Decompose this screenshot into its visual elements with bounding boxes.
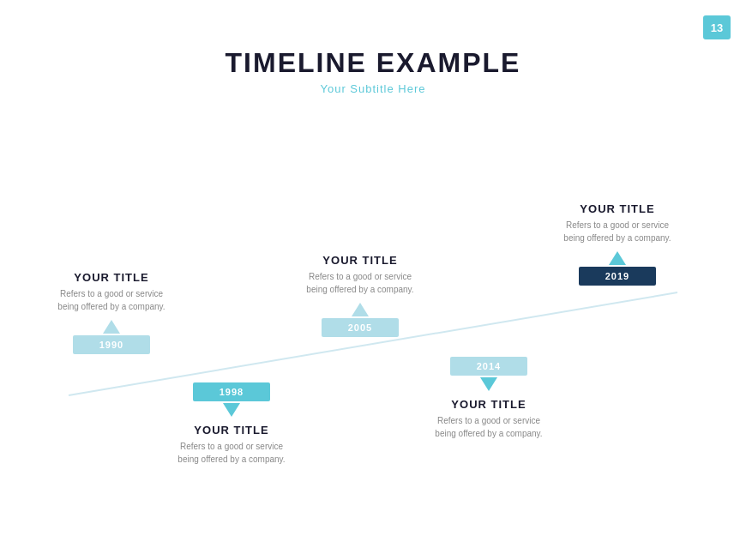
item-2014-desc: Refers to a good or service being offere…: [429, 414, 549, 440]
subtitle: Your Subtitle Here: [0, 82, 746, 95]
item-2014-badge: 2014: [450, 357, 527, 376]
item-2019-badge: 2019: [579, 267, 656, 286]
item-1998-desc: Refers to a good or service being offere…: [171, 440, 292, 466]
item-1990-desc: Refers to a good or service being offere…: [51, 287, 171, 313]
item-1990-badge: 1990: [73, 335, 150, 354]
item-2005-desc: Refers to a good or service being offere…: [300, 270, 420, 296]
timeline-area: YOUR TITLE Refers to a good or service b…: [0, 104, 746, 515]
timeline-item-2005: YOUR TITLE Refers to a good or service b…: [300, 254, 420, 337]
item-2005-triangle: [352, 303, 369, 316]
item-1998-badge: 1998: [193, 382, 270, 401]
item-1990-title: YOUR TITLE: [74, 271, 148, 284]
timeline-item-2019: YOUR TITLE Refers to a good or service b…: [557, 202, 677, 286]
timeline-item-1998: 1998 YOUR TITLE Refers to a good or serv…: [171, 382, 292, 466]
page-number: 13: [703, 15, 731, 39]
item-2005-badge: 2005: [322, 318, 399, 337]
item-2005-title: YOUR TITLE: [322, 254, 397, 267]
item-2014-title: YOUR TITLE: [451, 398, 526, 411]
header: TIMELINE EXAMPLE Your Subtitle Here: [0, 0, 746, 95]
item-1998-triangle: [223, 403, 240, 417]
timeline-item-1990: YOUR TITLE Refers to a good or service b…: [51, 271, 171, 354]
item-1998-title: YOUR TITLE: [194, 424, 268, 437]
item-1990-triangle: [103, 320, 120, 334]
item-2019-triangle: [609, 251, 626, 265]
item-2019-desc: Refers to a good or service being offere…: [557, 219, 677, 244]
item-2014-triangle: [480, 377, 497, 391]
item-2019-title: YOUR TITLE: [580, 202, 654, 215]
timeline-item-2014: 2014 YOUR TITLE Refers to a good or serv…: [429, 357, 549, 440]
main-title: TIMELINE EXAMPLE: [0, 47, 746, 79]
